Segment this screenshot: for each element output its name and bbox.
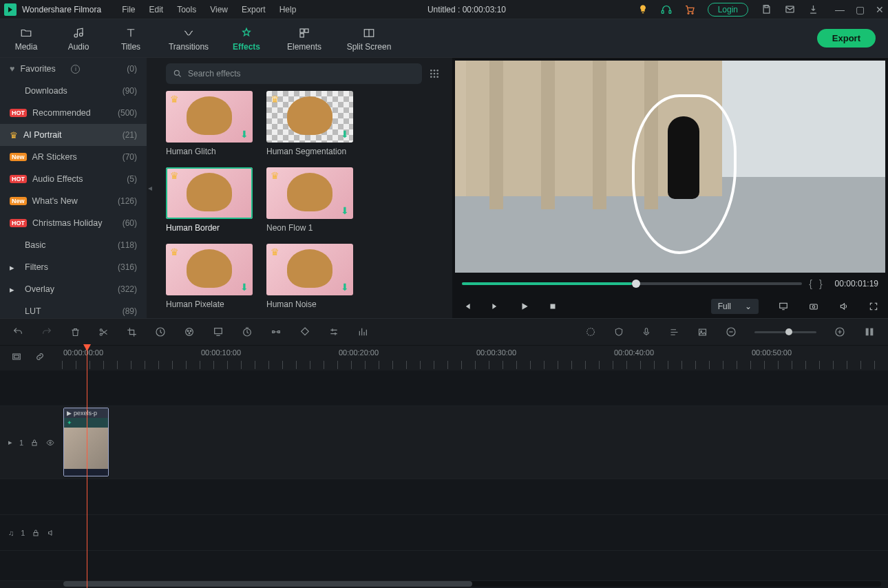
sidebar-item-christmas[interactable]: HOTChristmas Holiday(60) — [0, 212, 147, 234]
timeline-ruler[interactable]: 00:00:00:00 00:00:10:00 00:00:20:00 00:0… — [0, 346, 888, 370]
tab-transitions[interactable]: Transitions — [157, 25, 220, 52]
display-icon[interactable] — [778, 302, 789, 311]
picture-icon[interactable] — [697, 327, 708, 337]
svg-point-18 — [436, 73, 438, 75]
grid-view-icon[interactable] — [429, 68, 440, 79]
speaker-icon[interactable] — [47, 529, 56, 537]
sidebar-item-ar-stickers[interactable]: NewAR Stickers(70) — [0, 146, 147, 168]
sidebar-item-ai-portrait[interactable]: ♛AI Portrait(21) — [0, 124, 147, 146]
fullscreen-icon[interactable] — [869, 302, 878, 311]
tab-audio[interactable]: Audio — [52, 25, 105, 52]
headphones-icon[interactable] — [661, 4, 672, 15]
tab-elements[interactable]: Elements — [273, 25, 336, 52]
menu-help[interactable]: Help — [279, 5, 297, 14]
delete-icon[interactable] — [70, 327, 81, 337]
lightbulb-icon[interactable] — [637, 4, 648, 15]
tab-titles[interactable]: Titles — [105, 25, 157, 52]
tab-split-screen[interactable]: Split Screen — [336, 25, 402, 52]
sidebar-item-filters[interactable]: ▸Filters(316) — [0, 256, 147, 278]
audio-track[interactable]: ♫1 — [0, 515, 888, 551]
zoom-slider[interactable] — [754, 331, 816, 333]
speed-icon[interactable] — [155, 326, 166, 337]
menu-file[interactable]: File — [122, 5, 135, 14]
media-track-icon[interactable] — [11, 351, 22, 362]
volume-icon[interactable] — [838, 302, 849, 311]
download-icon[interactable] — [807, 4, 818, 15]
lock-icon[interactable] — [32, 529, 40, 537]
green-screen-icon[interactable] — [213, 326, 224, 337]
video-track[interactable]: ▸1 ▶pexels-p ✦ — [0, 406, 888, 479]
search-input[interactable]: Search effects — [166, 63, 422, 84]
svg-point-20 — [434, 76, 436, 78]
mask-icon[interactable] — [299, 326, 310, 337]
quality-select[interactable]: Full⌄ — [711, 299, 759, 314]
undo-icon[interactable] — [12, 326, 23, 337]
split-icon[interactable] — [98, 327, 109, 337]
effect-human-segmentation[interactable]: ♛⬇Human Segmentation — [266, 91, 353, 156]
play-icon[interactable] — [520, 302, 529, 311]
mark-out-icon[interactable]: } — [819, 278, 823, 289]
effect-human-noise[interactable]: ♛⬇Human Noise — [266, 244, 353, 309]
svg-point-30 — [187, 330, 189, 332]
scrub-track[interactable] — [462, 282, 802, 285]
audio-mixer-icon[interactable] — [357, 326, 368, 337]
sidebar-item-recommended[interactable]: HOTRecommended(500) — [0, 102, 147, 124]
effect-human-glitch[interactable]: ♛⬇Human Glitch — [166, 91, 253, 156]
timeline-scrollbar[interactable] — [63, 581, 881, 587]
sidebar-item-overlay[interactable]: ▸Overlay(322) — [0, 278, 147, 300]
link-icon[interactable] — [34, 351, 45, 362]
sidebar-item-favorites[interactable]: ♥Favoritesi(0) — [0, 58, 147, 80]
audio-sync-icon[interactable] — [669, 327, 679, 337]
mark-in-icon[interactable]: { — [809, 278, 812, 289]
sidebar-item-audio-effects[interactable]: HOTAudio Effects(5) — [0, 168, 147, 190]
mic-icon[interactable] — [642, 326, 651, 337]
spacer-track[interactable] — [0, 479, 888, 515]
sidebar-item-basic[interactable]: Basic(118) — [0, 234, 147, 256]
minimize-icon[interactable]: — — [835, 4, 845, 15]
spacer-track-2[interactable] — [0, 551, 888, 581]
snapshot-icon[interactable] — [808, 302, 819, 311]
effect-human-border[interactable]: ♛Human Border — [166, 167, 253, 233]
download-icon: ⬇ — [341, 129, 349, 140]
save-icon[interactable] — [761, 4, 772, 15]
zoom-out-icon[interactable] — [726, 326, 737, 337]
svg-rect-37 — [699, 329, 706, 335]
export-button[interactable]: Export — [817, 29, 876, 48]
menu-tools[interactable]: Tools — [177, 5, 196, 14]
duration-icon[interactable] — [242, 326, 253, 337]
sidebar-item-downloads[interactable]: Downloads(90) — [0, 80, 147, 102]
timeline-clip[interactable]: ▶pexels-p ✦ — [63, 408, 109, 476]
lock-icon[interactable] — [30, 439, 39, 447]
effect-neon-flow-1[interactable]: ♛⬇Neon Flow 1 — [266, 167, 353, 233]
maximize-icon[interactable]: ▢ — [856, 4, 865, 15]
zoom-in-icon[interactable] — [834, 326, 845, 337]
levels-icon[interactable] — [863, 326, 876, 337]
cart-icon[interactable] — [684, 4, 695, 15]
effect-human-pixelate[interactable]: ♛⬇Human Pixelate — [166, 244, 253, 309]
eye-icon[interactable] — [45, 439, 55, 447]
sidebar-collapse-handle[interactable]: ◂ — [147, 58, 154, 318]
color-icon[interactable] — [184, 326, 195, 337]
prev-frame-icon[interactable] — [462, 302, 472, 311]
playhead[interactable] — [87, 346, 87, 588]
sidebar-item-whats-new[interactable]: NewWhat's New(126) — [0, 190, 147, 212]
empty-track[interactable] — [0, 370, 888, 406]
close-icon[interactable]: ✕ — [876, 4, 884, 15]
preview-screen[interactable] — [455, 61, 885, 273]
keyframe-icon[interactable] — [271, 326, 282, 337]
redo-icon[interactable] — [41, 326, 52, 337]
stop-icon[interactable] — [549, 302, 557, 311]
adjust-icon[interactable] — [328, 326, 339, 337]
tab-effects[interactable]: Effects — [220, 25, 273, 52]
login-button[interactable]: Login — [708, 3, 748, 17]
menu-edit[interactable]: Edit — [149, 5, 164, 14]
sidebar-item-lut[interactable]: LUT(89) — [0, 300, 147, 318]
tab-media[interactable]: Media — [0, 25, 52, 52]
marker-icon[interactable] — [585, 326, 596, 337]
shield-icon[interactable] — [614, 326, 624, 337]
menu-view[interactable]: View — [210, 5, 228, 14]
crop-icon[interactable] — [127, 327, 137, 337]
menu-export[interactable]: Export — [242, 5, 266, 14]
mail-icon[interactable] — [784, 4, 795, 15]
next-frame-icon[interactable] — [491, 302, 500, 311]
